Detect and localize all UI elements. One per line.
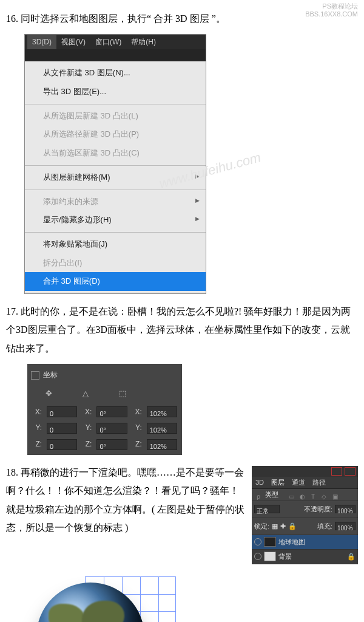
menu-bar-window[interactable]: 窗口(W) (90, 35, 126, 49)
menu-item-extrude-path: 从所选路径新建 3D 凸出(P) (25, 125, 206, 144)
layers-tabs: 3D 图层 通道 路径 (252, 477, 358, 489)
z-rot-label: Z: (82, 437, 92, 451)
lock-label: 锁定: (254, 520, 269, 533)
layers-panel: 3D 图层 通道 路径 ρ 类型 ▭ ◐ T ◇ ▣ 正常 不透明度: 100%… (252, 466, 358, 564)
lock-row: 锁定: ▦ ✚ 🔒 填充: 100% (252, 518, 358, 535)
menu-bar-3d[interactable]: 3D(D) (27, 35, 56, 49)
trash-icon[interactable] (345, 467, 356, 476)
layers-filter: ρ 类型 ▭ ◐ T ◇ ▣ (252, 489, 358, 501)
watermark-line2: BBS.16XX8.COM (305, 10, 358, 18)
menu-bar: 3D(D) 视图(V) 窗口(W) 帮助(H) (25, 35, 206, 49)
top-watermark: PS教程论坛 BBS.16XX8.COM (305, 2, 358, 18)
filter-adjust-icon[interactable]: ◐ (298, 491, 306, 499)
z-scale-field[interactable]: 102% (147, 439, 177, 450)
menu-body: 从文件新建 3D 图层(N)... 导出 3D 图层(E)... 从所选图层新建… (25, 61, 206, 293)
menu-item-show-hide-poly[interactable]: 显示/隐藏多边形(H) (25, 211, 206, 230)
search-icon[interactable]: ρ (254, 491, 263, 499)
lock-icon: 🔒 (347, 550, 356, 563)
menu-item-snap-to-ground[interactable]: 将对象贴紧地面(J) (25, 235, 206, 254)
layer-thumb (264, 537, 276, 547)
layer-item-earth[interactable]: 地球地图 (252, 535, 358, 550)
menu-item-new-from-file[interactable]: 从文件新建 3D 图层(N)... (25, 64, 206, 83)
eye-icon[interactable] (254, 538, 261, 545)
lock-position-icon[interactable]: ✚ (280, 520, 286, 533)
lock-all-icon[interactable]: 🔒 (288, 520, 297, 533)
coords-row-y: Y: 0 Y: 0° Y: 102% (30, 420, 180, 436)
tab-3d[interactable]: 3D (252, 476, 268, 489)
x-scale-label: X: (132, 405, 142, 419)
coords-header: ✥ △ ⬚ (30, 384, 180, 404)
watermark-line1: PS教程论坛 (305, 2, 358, 10)
menu-bar-view[interactable]: 视图(V) (56, 35, 90, 49)
y-rot-field[interactable]: 0° (96, 423, 127, 434)
y-pos-field[interactable]: 0 (47, 423, 77, 434)
menu-bar-help[interactable]: 帮助(H) (126, 35, 161, 49)
layer-name: 地球地图 (278, 536, 305, 549)
toolbar-strip (25, 49, 206, 61)
scale-icon: ⬚ (119, 386, 126, 402)
menu-item-add-constraint: 添加约束的来源 (25, 193, 206, 211)
layers-top-icons (252, 466, 358, 477)
coords-title-label: 坐标 (43, 368, 58, 382)
menu-screenshot: 3D(D) 视图(V) 窗口(W) 帮助(H) 从文件新建 3D 图层(N)..… (24, 34, 206, 294)
x-pos-field[interactable]: 0 (47, 406, 77, 417)
z-label: Z: (32, 437, 42, 451)
lock-pixels-icon[interactable]: ▦ (272, 520, 278, 533)
y-scale-label: Y: (132, 421, 142, 435)
rotate-icon: △ (83, 386, 89, 402)
opacity-label: 不透明度: (304, 503, 332, 516)
coords-panel: 坐标 ✥ △ ⬚ X: 0 X: 0° X: 102% Y: 0 Y: 0° Y… (27, 364, 182, 455)
coords-icon (31, 371, 39, 380)
menu-item-extrude-selection: 从当前选区新建 3D 凸出(C) (25, 144, 206, 163)
menu-item-export-3d[interactable]: 导出 3D 图层(E)... (25, 83, 206, 101)
x-rot-field[interactable]: 0° (96, 406, 127, 417)
menu-item-extrude-layer: 从所选图层新建 3D 凸出(L) (25, 107, 206, 126)
tab-channels[interactable]: 通道 (288, 476, 309, 489)
earth-image (18, 570, 176, 622)
y-scale-field[interactable]: 102% (147, 423, 177, 434)
coords-row-z: Z: 0 Z: 0° Z: 102% (30, 436, 180, 453)
coords-title: 坐标 (30, 366, 180, 384)
layers-list: 地球地图 背景 🔒 (252, 535, 358, 564)
filter-image-icon[interactable]: ▭ (287, 491, 295, 499)
menu-item-new-mesh[interactable]: 从图层新建网格(M) (25, 168, 206, 187)
layer-thumb (264, 552, 276, 561)
y-label: Y: (32, 421, 42, 435)
z-pos-field[interactable]: 0 (47, 439, 77, 450)
x-scale-field[interactable]: 102% (147, 406, 177, 417)
fill-field[interactable]: 100% (335, 522, 356, 530)
menu-item-split-extrude: 拆分凸出(I) (25, 254, 206, 273)
fill-label: 填充: (317, 520, 332, 533)
tab-layers[interactable]: 图层 (268, 476, 288, 489)
step17-text: 17. 此时的你，是不是在说：卧槽！我的云怎么不见啦?! 骚年好眼力！那是因为两… (6, 302, 358, 358)
x-rot-label: X: (82, 405, 92, 419)
filter-shape-icon[interactable]: ◇ (320, 491, 328, 499)
z-rot-field[interactable]: 0° (96, 439, 127, 450)
filter-type-dropdown[interactable]: 类型 (265, 488, 285, 501)
z-scale-label: Z: (132, 437, 142, 451)
blend-mode-dropdown[interactable]: 正常 (254, 505, 280, 513)
filter-smart-icon[interactable]: ▣ (331, 491, 339, 499)
tab-paths[interactable]: 路径 (309, 476, 329, 489)
render-icon[interactable] (331, 467, 342, 476)
layer-item-background[interactable]: 背景 🔒 (252, 550, 358, 564)
blend-row: 正常 不透明度: 100% (252, 501, 358, 518)
opacity-field[interactable]: 100% (335, 505, 356, 513)
y-rot-label: Y: (82, 421, 92, 435)
x-label: X: (32, 405, 42, 419)
eye-icon[interactable] (254, 553, 261, 560)
move-icon: ✥ (46, 386, 52, 402)
layer-name: 背景 (278, 550, 292, 563)
menu-item-merge-3d-layers[interactable]: 合并 3D 图层(D) (25, 272, 206, 291)
filter-type-icon[interactable]: T (309, 491, 317, 499)
coords-row-x: X: 0 X: 0° X: 102% (30, 404, 180, 420)
